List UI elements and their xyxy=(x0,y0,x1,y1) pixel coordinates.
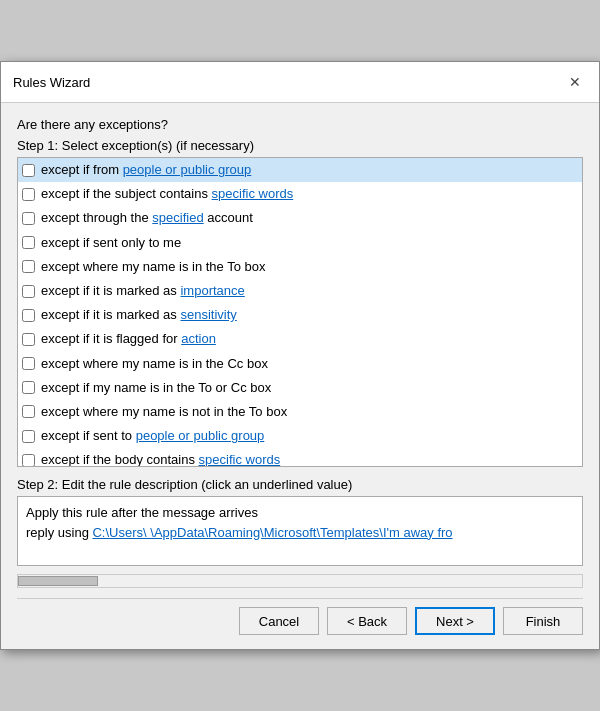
list-item[interactable]: except if the subject contains specific … xyxy=(18,182,582,206)
exception-link[interactable]: people or public group xyxy=(123,162,252,177)
exception-text: except where my name is not in the To bo… xyxy=(41,403,287,421)
exception-text: except if sent to people or public group xyxy=(41,427,264,445)
list-item[interactable]: except if sent only to me xyxy=(18,231,582,255)
exception-text: except if it is marked as importance xyxy=(41,282,245,300)
button-row: Cancel < Back Next > Finish xyxy=(17,598,583,639)
exception-link[interactable]: specified xyxy=(152,210,203,225)
exception-checkbox[interactable] xyxy=(22,285,35,298)
exception-checkbox[interactable] xyxy=(22,309,35,322)
step2-label: Step 2: Edit the rule description (click… xyxy=(17,477,583,492)
list-item[interactable]: except if it is marked as importance xyxy=(18,279,582,303)
list-item[interactable]: except where my name is in the To box xyxy=(18,255,582,279)
exception-checkbox[interactable] xyxy=(22,260,35,273)
exception-text: except if it is flagged for action xyxy=(41,330,216,348)
exception-checkbox[interactable] xyxy=(22,333,35,346)
exception-link[interactable]: action xyxy=(181,331,216,346)
exception-link[interactable]: specific words xyxy=(199,452,281,467)
cancel-button[interactable]: Cancel xyxy=(239,607,319,635)
desc-template-link[interactable]: C:\Users\ \AppData\Roaming\Microsoft\Tem… xyxy=(92,525,452,540)
exception-link[interactable]: importance xyxy=(180,283,244,298)
exception-link[interactable]: people or public group xyxy=(136,428,265,443)
section-question: Are there any exceptions? xyxy=(17,117,583,132)
exception-checkbox[interactable] xyxy=(22,357,35,370)
title-bar: Rules Wizard ✕ xyxy=(1,62,599,103)
exception-text: except if sent only to me xyxy=(41,234,181,252)
exception-checkbox[interactable] xyxy=(22,188,35,201)
exception-text: except if from people or public group xyxy=(41,161,251,179)
exception-text: except if it is marked as sensitivity xyxy=(41,306,237,324)
list-item[interactable]: except if from people or public group xyxy=(18,158,582,182)
exception-text: except where my name is in the Cc box xyxy=(41,355,268,373)
list-item[interactable]: except if my name is in the To or Cc box xyxy=(18,376,582,400)
exception-link[interactable]: specific words xyxy=(212,186,294,201)
exception-text: except if the subject contains specific … xyxy=(41,185,293,203)
exception-text: except if the body contains specific wor… xyxy=(41,451,280,467)
scrollbar-thumb[interactable] xyxy=(18,576,98,586)
dialog-title: Rules Wizard xyxy=(13,75,90,90)
desc-line2: reply using C:\Users\ \AppData\Roaming\M… xyxy=(26,523,574,543)
list-item[interactable]: except where my name is not in the To bo… xyxy=(18,400,582,424)
list-item[interactable]: except through the specified account xyxy=(18,206,582,230)
exception-checkbox[interactable] xyxy=(22,164,35,177)
exceptions-list[interactable]: except if from people or public groupexc… xyxy=(17,157,583,467)
list-item[interactable]: except if it is flagged for action xyxy=(18,327,582,351)
exception-checkbox[interactable] xyxy=(22,405,35,418)
step1-label: Step 1: Select exception(s) (if necessar… xyxy=(17,138,583,153)
back-button[interactable]: < Back xyxy=(327,607,407,635)
finish-button[interactable]: Finish xyxy=(503,607,583,635)
exception-link[interactable]: sensitivity xyxy=(180,307,236,322)
list-item[interactable]: except if sent to people or public group xyxy=(18,424,582,448)
horizontal-scrollbar[interactable] xyxy=(17,574,583,588)
close-button[interactable]: ✕ xyxy=(563,70,587,94)
desc-prefix: reply using xyxy=(26,525,92,540)
exception-text: except where my name is in the To box xyxy=(41,258,266,276)
exception-checkbox[interactable] xyxy=(22,381,35,394)
rules-wizard-dialog: Rules Wizard ✕ Are there any exceptions?… xyxy=(0,61,600,650)
desc-line1: Apply this rule after the message arrive… xyxy=(26,503,574,523)
exception-checkbox[interactable] xyxy=(22,430,35,443)
exception-text: except through the specified account xyxy=(41,209,253,227)
exception-checkbox[interactable] xyxy=(22,236,35,249)
rule-description-box: Apply this rule after the message arrive… xyxy=(17,496,583,566)
exception-text: except if my name is in the To or Cc box xyxy=(41,379,271,397)
next-button[interactable]: Next > xyxy=(415,607,495,635)
list-item[interactable]: except if the body contains specific wor… xyxy=(18,448,582,467)
list-item[interactable]: except where my name is in the Cc box xyxy=(18,352,582,376)
dialog-body: Are there any exceptions? Step 1: Select… xyxy=(1,103,599,649)
exception-checkbox[interactable] xyxy=(22,212,35,225)
list-item[interactable]: except if it is marked as sensitivity xyxy=(18,303,582,327)
exception-checkbox[interactable] xyxy=(22,454,35,467)
